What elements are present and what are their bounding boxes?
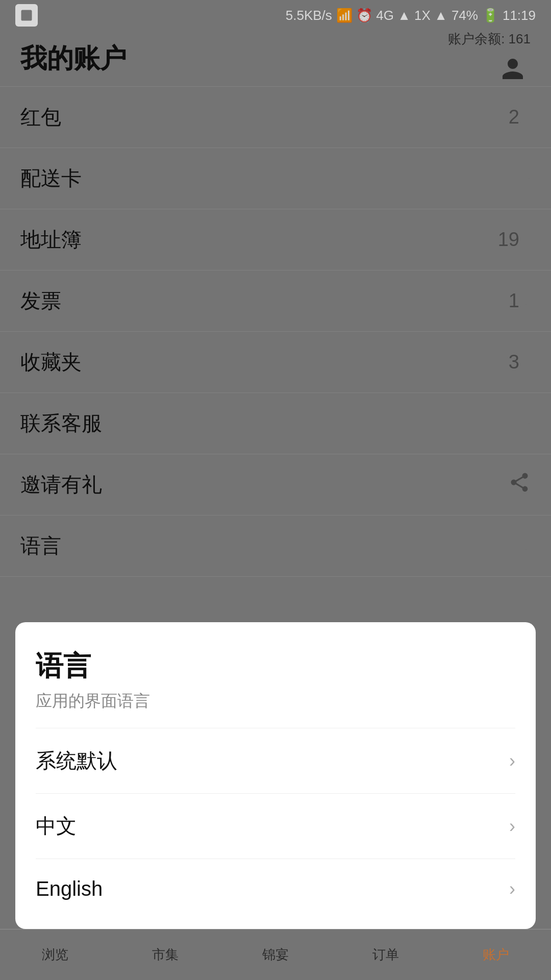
- dialog-title: 语言: [36, 648, 515, 685]
- language-option-system-label: 系统默认: [36, 747, 117, 775]
- dialog-overlay[interactable]: 语言 应用的界面语言 系统默认 › 中文 › English ›: [0, 0, 551, 980]
- language-option-english-label: English: [36, 877, 103, 900]
- language-option-chinese-label: 中文: [36, 812, 77, 840]
- language-option-chinese[interactable]: 中文 ›: [36, 793, 515, 859]
- dialog-subtitle: 应用的界面语言: [36, 690, 515, 713]
- language-dialog: 语言 应用的界面语言 系统默认 › 中文 › English ›: [15, 622, 536, 929]
- language-option-system[interactable]: 系统默认 ›: [36, 728, 515, 793]
- chevron-right-icon: ›: [509, 750, 515, 772]
- chevron-right-icon: ›: [509, 878, 515, 900]
- chevron-right-icon: ›: [509, 816, 515, 837]
- language-option-english[interactable]: English ›: [36, 859, 515, 919]
